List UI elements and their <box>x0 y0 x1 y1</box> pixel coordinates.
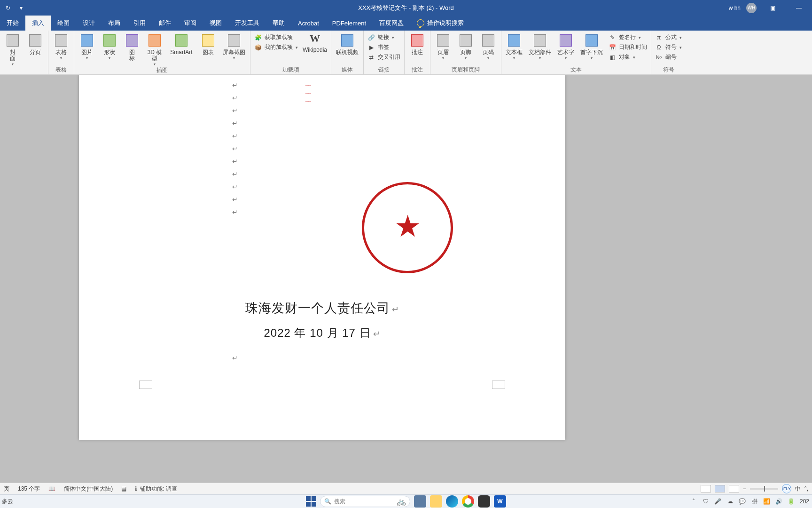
status-macro[interactable]: ▤ <box>121 485 126 492</box>
3d-models-button[interactable]: 3D 模 型▾ <box>146 32 164 66</box>
print-layout-button[interactable] <box>715 485 725 492</box>
autosave-icon[interactable]: ↻ <box>4 4 12 12</box>
web-layout-button[interactable] <box>729 485 739 492</box>
taskbar-search[interactable]: 🔍 搜索 🚲 <box>320 496 410 507</box>
qat-customize-icon[interactable]: ▾ <box>17 4 25 12</box>
online-video-button[interactable]: 联机视频 <box>335 32 359 56</box>
user-avatar[interactable]: WH <box>746 3 757 13</box>
company-name-line[interactable]: 珠海发财一个人责任公司↵ <box>79 300 565 317</box>
status-language[interactable]: 简体中文(中国大陆) <box>64 485 113 493</box>
tab-mailings[interactable]: 邮件 <box>152 16 178 31</box>
tab-pdfelement[interactable]: PDFelement <box>326 16 373 31</box>
wikipedia-button[interactable]: WWikipedia <box>303 32 327 53</box>
get-addins-button[interactable]: 🧩获取加载项 <box>254 33 298 41</box>
tab-draw[interactable]: 绘图 <box>51 16 76 31</box>
ribbon-display-icon[interactable]: ▣ <box>762 0 783 16</box>
tray-clock[interactable]: 202 <box>800 498 809 505</box>
symbol-button[interactable]: Ω符号▾ <box>655 43 682 51</box>
link-button[interactable]: 🔗链接▾ <box>367 33 400 41</box>
tab-insert[interactable]: 插入 <box>25 16 51 31</box>
equation-button[interactable]: π公式▾ <box>655 33 682 41</box>
wordart-button[interactable]: 艺术字▾ <box>557 32 575 60</box>
chart-button[interactable]: 图表 <box>199 32 217 56</box>
status-spellcheck[interactable]: 📖 <box>48 485 55 492</box>
comment-button[interactable]: 批注 <box>408 32 426 56</box>
tray-shield-icon[interactable]: 🛡 <box>702 498 710 505</box>
status-word-count[interactable]: 135 个字 <box>18 485 40 493</box>
tab-developer[interactable]: 开发工具 <box>228 16 266 31</box>
shapes-button[interactable]: 形状▾ <box>101 32 118 60</box>
macro-icon: ▤ <box>121 485 126 492</box>
smartart-button[interactable]: SmartArt <box>168 32 195 56</box>
bookmark-button[interactable]: ▶书签 <box>367 43 400 51</box>
textbox-button[interactable]: 文本框▾ <box>505 32 523 60</box>
table-button[interactable]: 表格▾ <box>52 32 70 60</box>
group-comments: 批注 批注 <box>405 31 430 74</box>
tray-wifi-icon[interactable]: 📶 <box>763 498 771 505</box>
footer-button[interactable]: 页脚▾ <box>457 32 475 60</box>
tab-acrobat[interactable]: Acrobat <box>291 16 326 31</box>
status-accessibility[interactable]: ℹ辅助功能: 调查 <box>135 485 177 493</box>
ifly-badge[interactable]: iFLY <box>782 484 791 493</box>
tray-mic-icon[interactable]: 🎤 <box>714 498 722 505</box>
date-time-button[interactable]: 📅日期和时间 <box>609 43 647 51</box>
group-links: 🔗链接▾ ▶书签 ⇄交叉引用 链接 <box>364 31 405 74</box>
taskbar-weather[interactable]: 多云 <box>2 498 13 506</box>
title-bar: ↻ ▾ XXX考核登记文件 - 副本 (2) - Word w hh WH ▣ … <box>0 0 812 16</box>
edge-icon[interactable] <box>446 495 458 508</box>
my-addins-button[interactable]: 📦我的加载项▾ <box>254 43 298 51</box>
document-page[interactable]: ﹏﹏﹏ ↵↵↵↵↵↵↵↵↵↵↵ ★ 珠海发财一个人责任公司↵ 2022 年 10… <box>79 75 565 440</box>
page-break-button[interactable]: 分页 <box>26 32 44 56</box>
tray-chevron-icon[interactable]: ˄ <box>690 498 697 505</box>
document-canvas[interactable]: ﹏﹏﹏ ↵↵↵↵↵↵↵↵↵↵↵ ★ 珠海发财一个人责任公司↵ 2022 年 10… <box>0 75 812 483</box>
quick-parts-button[interactable]: 文档部件▾ <box>528 32 552 60</box>
tray-battery-icon[interactable]: 🔋 <box>788 498 795 505</box>
read-mode-button[interactable] <box>701 485 711 492</box>
tab-home[interactable]: 开始 <box>0 16 25 31</box>
tray-volume-icon[interactable]: 🔊 <box>775 498 783 505</box>
icons-button[interactable]: 图 标 <box>123 32 141 62</box>
number-button[interactable]: №编号 <box>655 53 682 61</box>
cross-reference-button[interactable]: ⇄交叉引用 <box>367 53 400 61</box>
chrome-icon[interactable] <box>462 495 474 508</box>
ime-indicator[interactable]: 中 <box>795 485 801 493</box>
signature-icon: ✎ <box>609 34 616 41</box>
bookmark-icon: ▶ <box>367 44 375 51</box>
taskview-icon[interactable] <box>414 495 426 508</box>
tab-help[interactable]: 帮助 <box>266 16 291 31</box>
status-page[interactable]: 页 <box>4 485 9 493</box>
explorer-icon[interactable] <box>430 495 442 508</box>
zoom-out-button[interactable]: − <box>743 485 746 492</box>
status-extra-icon[interactable]: °, <box>804 485 808 492</box>
tab-design[interactable]: 设计 <box>76 16 102 31</box>
zoom-slider[interactable] <box>750 488 778 490</box>
start-button[interactable] <box>306 496 316 507</box>
tab-layout[interactable]: 布局 <box>102 16 127 31</box>
pictures-button[interactable]: 图片▾ <box>78 32 96 60</box>
pi-icon: π <box>655 34 663 41</box>
dropcap-button[interactable]: 首字下沉▾ <box>579 32 604 60</box>
date-line[interactable]: 2022 年 10 月 17 日↵ <box>79 325 565 341</box>
screenshot-button[interactable]: 屏幕截图▾ <box>222 32 246 60</box>
object-button[interactable]: ◧对象▾ <box>609 53 647 61</box>
object-icon: ◧ <box>609 54 616 61</box>
spelling-squiggle: ﹏﹏﹏ <box>305 80 310 89</box>
page-number-button[interactable]: 页码▾ <box>479 32 497 60</box>
tray-ime-icon[interactable]: 拼 <box>751 498 758 505</box>
cover-page-button[interactable]: 封 面▾ <box>4 32 22 66</box>
tell-me-search[interactable]: 操作说明搜索 <box>410 16 464 31</box>
person-icon: ℹ <box>135 485 137 492</box>
group-addins: 🧩获取加载项 📦我的加载项▾ WWikipedia 加载项 <box>250 31 331 74</box>
tab-baidu[interactable]: 百度网盘 <box>373 16 410 31</box>
tray-onedrive-icon[interactable]: ☁ <box>726 498 734 505</box>
header-button[interactable]: 页眉▾ <box>434 32 452 60</box>
signature-line-button[interactable]: ✎签名行▾ <box>609 33 647 41</box>
group-tables: 表格▾ 表格 <box>48 31 74 74</box>
word-icon[interactable]: W <box>494 495 506 508</box>
app-icon[interactable] <box>478 495 490 508</box>
tab-view[interactable]: 视图 <box>203 16 228 31</box>
minimize-button[interactable]: — <box>789 0 809 16</box>
tray-chat-icon[interactable]: 💬 <box>739 498 746 505</box>
tab-review[interactable]: 审阅 <box>178 16 203 31</box>
tab-references[interactable]: 引用 <box>127 16 152 31</box>
